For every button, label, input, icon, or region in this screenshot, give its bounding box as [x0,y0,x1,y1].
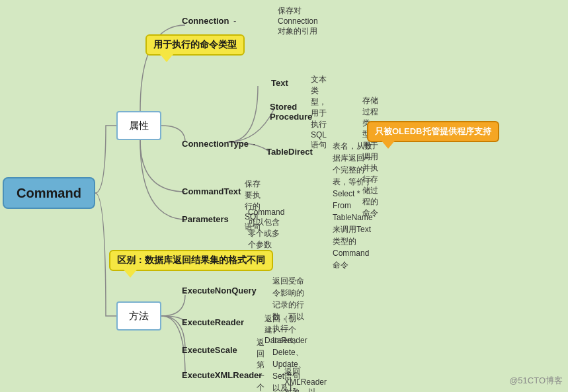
parameters-branch: Parameters - [182,214,186,226]
parameters-label: Parameters [182,214,229,224]
connection-label: Connection [182,16,229,26]
command-label: Command [17,186,81,201]
executexmlreader-branch: ExecuteXMLReader - [182,370,186,382]
connectiontype-label: ConnectionType [182,139,249,149]
commandtext-branch: CommandText - [182,186,186,198]
commandtext-label: CommandText [182,186,241,196]
executereader-label: ExecuteReader [182,317,244,327]
shuxing-node: 属性 [116,111,161,140]
executenonquery-branch: ExecuteNonQuery - [182,286,186,297]
watermark: @51CTO博客 [509,375,563,387]
storedproc-label: Stored Procedure [270,102,312,122]
connectiontype-branch: ConnectionType - [182,137,256,149]
tabledirect-label: TableDirect [266,147,313,157]
fangfa-label: 方法 [129,310,149,323]
storedproc-branch: Stored Procedure - [270,102,274,114]
command-node: Command [3,177,95,209]
executexmlreader-label: ExecuteXMLReader [182,370,262,380]
executereader-branch: ExecuteReader - [182,317,186,329]
executenonquery-label: ExecuteNonQuery [182,286,257,295]
executescale-branch: ExecuteScale - [182,345,186,357]
qubie-callout: 区别：数据库返回结果集的格式不同 [109,250,273,271]
text-branch: Text - [271,78,275,90]
text-label: Text [271,78,288,88]
executescale-label: ExecuteScale [182,345,237,355]
fangfa-node: 方法 [116,301,161,331]
tabledirect-branch: TableDirect - [266,147,270,159]
commandtype-callout: 用于执行的命令类型 [145,34,245,56]
shuxing-label: 属性 [129,120,149,132]
oledb-callout: 只被OLEDB托管提供程序支持 [367,121,499,142]
connection-branch: Connection - [182,15,236,26]
